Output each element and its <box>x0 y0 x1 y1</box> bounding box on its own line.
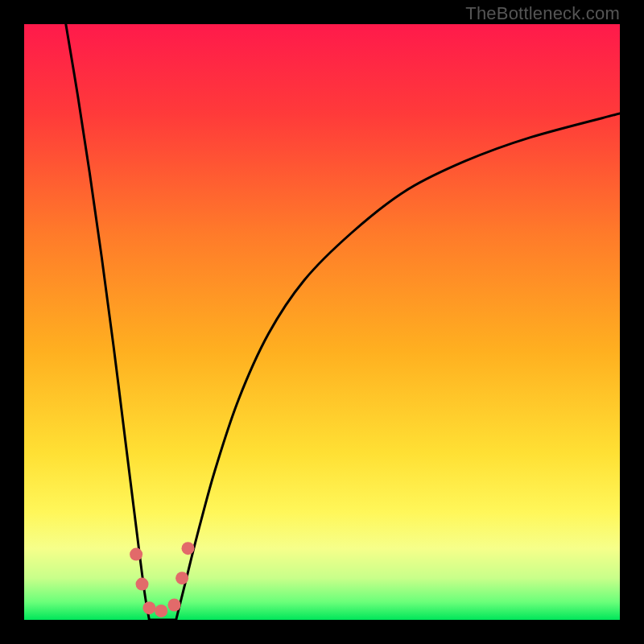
plot-area <box>24 24 620 620</box>
highlight-dot <box>130 548 142 561</box>
gradient-background <box>24 24 620 620</box>
chart-frame: TheBottleneck.com <box>0 0 644 644</box>
watermark-text: TheBottleneck.com <box>465 3 620 24</box>
highlight-dot <box>142 601 155 614</box>
chart-svg <box>24 24 620 620</box>
highlight-dot <box>182 542 195 555</box>
highlight-dot <box>167 599 180 612</box>
highlight-dot <box>155 605 167 617</box>
highlight-dot <box>175 572 188 584</box>
highlight-dot <box>136 578 149 591</box>
